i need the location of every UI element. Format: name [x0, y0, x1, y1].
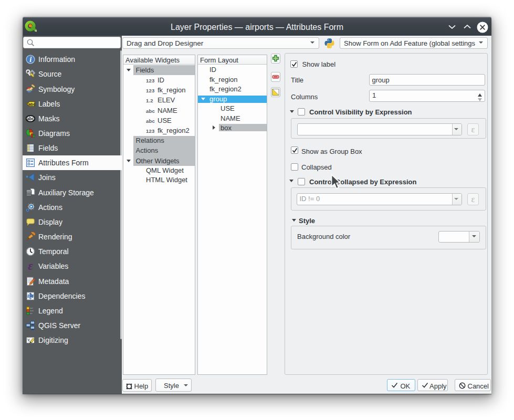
svg-text:ε: ε: [28, 261, 33, 271]
svg-text:abc: abc: [27, 117, 35, 121]
svg-text:abc: abc: [29, 102, 35, 106]
svg-text:i: i: [29, 55, 32, 64]
